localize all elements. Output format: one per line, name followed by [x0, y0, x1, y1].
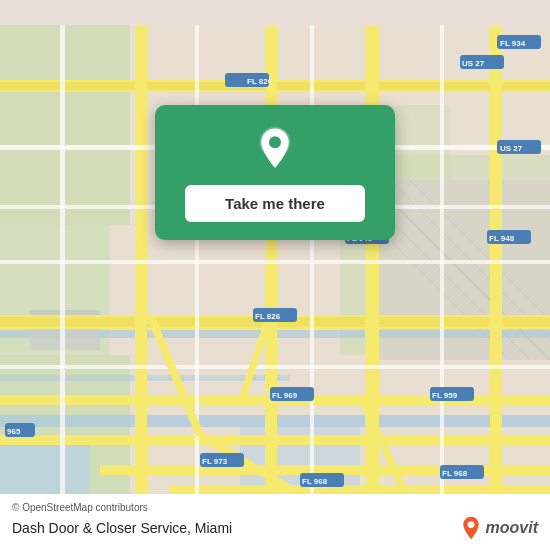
svg-rect-37 — [310, 25, 314, 525]
svg-rect-30 — [490, 25, 502, 525]
business-name: Dash Door & Closer Service, Miami — [12, 520, 232, 536]
svg-text:US 27: US 27 — [500, 144, 523, 153]
map-background: FL 826 US 27 FL 934 US 27 FL 948 FL 948 … — [0, 0, 550, 550]
svg-text:FL 968: FL 968 — [442, 469, 468, 478]
popup-card: Take me there — [155, 105, 395, 240]
bottom-bar: © OpenStreetMap contributors Dash Door &… — [0, 494, 550, 550]
svg-text:FL 969: FL 969 — [272, 391, 298, 400]
svg-text:FL 968: FL 968 — [302, 477, 328, 486]
svg-text:FL 948: FL 948 — [489, 234, 515, 243]
svg-rect-35 — [60, 25, 65, 525]
take-me-there-button[interactable]: Take me there — [185, 185, 365, 222]
svg-point-70 — [269, 136, 281, 148]
svg-rect-34 — [0, 365, 550, 369]
svg-rect-33 — [0, 260, 550, 264]
moovit-pin-icon — [460, 516, 482, 540]
svg-text:FL 934: FL 934 — [500, 39, 526, 48]
osm-attribution: © OpenStreetMap contributors — [12, 502, 538, 513]
svg-rect-29 — [365, 25, 379, 525]
moovit-brand-text: moovit — [486, 519, 538, 537]
svg-point-71 — [467, 521, 474, 528]
map-container: FL 826 US 27 FL 934 US 27 FL 948 FL 948 … — [0, 0, 550, 550]
business-info: Dash Door & Closer Service, Miami moovit — [12, 516, 538, 540]
svg-rect-28 — [265, 25, 277, 525]
moovit-logo: moovit — [460, 516, 538, 540]
svg-text:965: 965 — [7, 427, 21, 436]
svg-text:FL 959: FL 959 — [432, 391, 458, 400]
svg-text:FL 826: FL 826 — [255, 312, 281, 321]
svg-text:FL 826: FL 826 — [247, 77, 273, 86]
svg-text:FL 973: FL 973 — [202, 457, 228, 466]
svg-rect-36 — [195, 25, 199, 525]
location-pin-icon — [251, 125, 299, 173]
svg-rect-38 — [440, 25, 444, 525]
svg-text:US 27: US 27 — [462, 59, 485, 68]
svg-rect-27 — [135, 25, 147, 525]
